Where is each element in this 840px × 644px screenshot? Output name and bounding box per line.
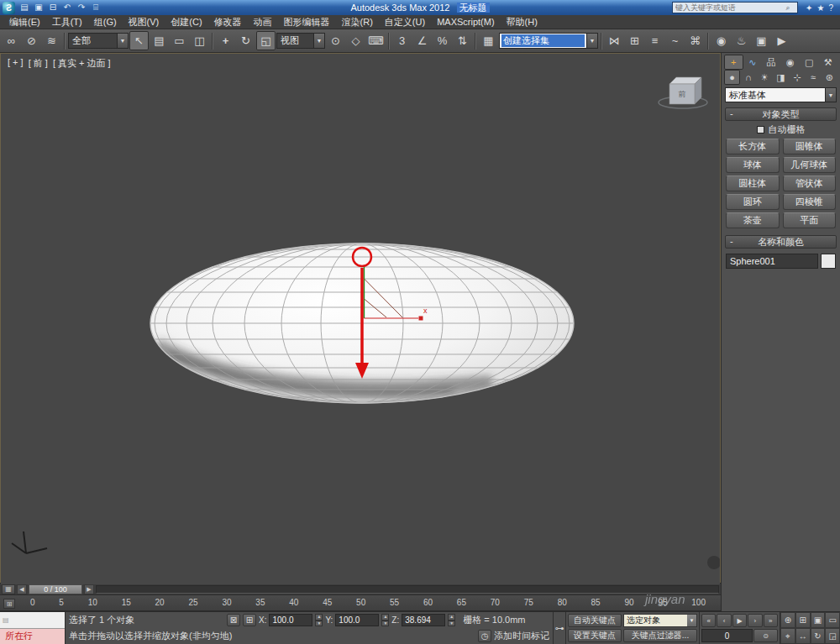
mini-listener-script-row[interactable]: 所在行 — [0, 629, 65, 644]
favorites-icon[interactable]: ★ — [816, 3, 824, 13]
zoom-region-icon[interactable]: ▭ — [825, 612, 840, 628]
window-crossing-icon[interactable]: ◫ — [190, 31, 209, 50]
tab-utilities-icon[interactable]: ⚒ — [819, 55, 838, 70]
y-spinner[interactable]: ▲▼ — [381, 614, 389, 626]
select-and-link-icon[interactable]: ∞ — [2, 31, 21, 50]
pan-icon[interactable]: ↔ — [795, 628, 811, 644]
front-viewport[interactable]: x 前 — [0, 53, 721, 583]
viewport-menu-shading[interactable]: [ 真实 + 边面 ] — [53, 57, 111, 70]
material-editor-icon[interactable]: ◉ — [711, 31, 731, 50]
object-color-swatch[interactable] — [821, 254, 836, 269]
z-coord-field[interactable]: 38.694 — [402, 614, 445, 626]
time-slider-track[interactable] — [96, 585, 719, 594]
previous-frame-icon[interactable]: ‹ — [717, 614, 731, 627]
mini-track-icon[interactable]: ▦ — [2, 584, 15, 594]
auto-key-button[interactable]: 自动关键点 — [568, 614, 622, 627]
render-production-icon[interactable]: ▶ — [772, 31, 791, 50]
add-time-tag[interactable]: 添加时间标记 — [494, 630, 549, 642]
viewport-canvas[interactable]: x 前 — [1, 54, 720, 584]
redo-icon[interactable]: ↷ — [76, 3, 87, 13]
menu-group[interactable]: 组(G) — [88, 15, 123, 29]
object-name-field[interactable]: Sphere001 — [726, 254, 818, 269]
zoom-icon[interactable]: ⊕ — [780, 612, 795, 628]
current-frame-field[interactable]: 0 — [701, 629, 753, 642]
align-icon[interactable]: ⊞ — [625, 31, 644, 50]
tube-button[interactable]: 管状体 — [783, 175, 837, 191]
key-filters-button[interactable]: 关键点过滤器... — [623, 629, 697, 642]
use-pivot-center-icon[interactable]: ⊙ — [326, 31, 345, 50]
geosphere-button[interactable]: 几何球体 — [783, 157, 837, 173]
viewport-menu-general[interactable]: [ + ] — [8, 57, 24, 70]
field-of-view-icon[interactable]: ⌖ — [780, 628, 795, 644]
clock-icon[interactable]: ◷ — [478, 630, 491, 642]
open-file-icon[interactable]: ▣ — [33, 3, 45, 13]
tab-motion-icon[interactable]: ◉ — [781, 55, 801, 70]
autogrid-checkbox[interactable] — [757, 126, 764, 134]
select-object-icon[interactable]: ↖ — [129, 31, 149, 50]
help-icon[interactable]: ? — [828, 3, 833, 13]
rendered-frame-window-icon[interactable]: ▣ — [752, 31, 771, 50]
menu-graph-editors[interactable]: 图形编辑器 — [278, 15, 336, 29]
systems-icon[interactable]: ⊛ — [822, 70, 837, 85]
go-to-end-icon[interactable]: » — [764, 614, 778, 627]
next-frame-icon[interactable]: › — [748, 614, 762, 627]
tab-hierarchy-icon[interactable]: 品 — [762, 55, 781, 70]
key-mode-toggle-icon[interactable]: ⊙ — [753, 629, 778, 642]
set-key-button[interactable]: 设置关键点 — [568, 629, 622, 642]
search-input[interactable] — [673, 3, 782, 12]
z-spinner[interactable]: ▲▼ — [448, 614, 455, 626]
select-and-scale-icon[interactable]: ◱ — [256, 31, 276, 50]
select-and-rotate-icon[interactable]: ↻ — [236, 31, 255, 50]
teapot-button[interactable]: 茶壶 — [726, 212, 780, 228]
viewcube-front-face[interactable]: 前 — [679, 90, 686, 98]
lights-icon[interactable]: ☀ — [757, 70, 773, 85]
unlink-selection-icon[interactable]: ⊘ — [22, 31, 41, 50]
selection-filter-dropdown[interactable]: 全部 ▼ — [68, 33, 129, 49]
menu-edit[interactable]: 编辑(E) — [3, 15, 46, 29]
angle-snap-icon[interactable]: ∠ — [412, 31, 432, 50]
name-color-rollout-header[interactable]: - 名称和颜色 — [725, 235, 837, 249]
plane-button[interactable]: 平面 — [783, 212, 837, 228]
chevron-down-icon[interactable]: ▼ — [117, 34, 128, 48]
snaps-toggle-icon[interactable]: 3 — [392, 31, 412, 50]
cylinder-button[interactable]: 圆柱体 — [726, 175, 780, 191]
mirror-icon[interactable]: ⋈ — [605, 31, 624, 50]
spinner-snap-icon[interactable]: ⇅ — [453, 31, 472, 50]
selection-lock-icon[interactable]: ⊠ — [227, 614, 240, 626]
cone-button[interactable]: 圆锥体 — [783, 139, 837, 154]
menu-customize[interactable]: 自定义(U) — [379, 15, 431, 29]
communication-center-icon[interactable]: ✦ — [806, 3, 812, 13]
layer-manager-icon[interactable]: ≡ — [645, 31, 664, 50]
schematic-view-icon[interactable]: ⌘ — [685, 31, 705, 50]
project-folder-icon[interactable]: ⌸ — [90, 3, 102, 13]
menu-help[interactable]: 帮助(H) — [501, 15, 543, 29]
render-setup-icon[interactable]: ♨ — [732, 31, 751, 50]
menu-maxscript[interactable]: MAXScript(M) — [431, 15, 500, 29]
maximize-viewport-icon[interactable]: ◲ — [825, 628, 840, 644]
undo-icon[interactable]: ↶ — [61, 3, 73, 13]
object-type-rollout-header[interactable]: - 对象类型 — [725, 107, 837, 121]
space-warps-icon[interactable]: ≈ — [805, 70, 821, 85]
curve-editor-icon[interactable]: ~ — [665, 31, 685, 50]
search-icon[interactable]: ⌕ — [782, 3, 794, 13]
orbit-icon[interactable]: ↻ — [811, 628, 826, 644]
time-slider-handle[interactable]: 0 / 100 — [29, 584, 82, 594]
selected-mode-dropdown[interactable]: 选定对象 ▼ — [623, 614, 697, 627]
pyramid-button[interactable]: 四棱锥 — [783, 194, 837, 210]
zoom-extents-icon[interactable]: ▣ — [811, 612, 826, 628]
menu-rendering[interactable]: 渲染(R) — [336, 15, 379, 29]
absolute-mode-icon[interactable]: ⊞ — [243, 614, 256, 626]
select-by-name-icon[interactable]: ▤ — [150, 31, 169, 50]
save-file-icon[interactable]: ⊟ — [47, 3, 59, 13]
tab-modify-icon[interactable]: ∿ — [743, 55, 763, 70]
menu-animation[interactable]: 动画 — [248, 15, 278, 29]
mini-listener-macro-row[interactable]: ▤ — [0, 612, 65, 629]
previous-frame-icon[interactable]: ◀ — [17, 584, 27, 594]
app-logo-icon[interactable]: Ƨ — [3, 2, 15, 14]
x-coord-field[interactable]: 100.0 — [269, 614, 312, 626]
tab-display-icon[interactable]: ▢ — [800, 55, 819, 70]
chevron-down-icon[interactable]: ▼ — [687, 615, 696, 626]
shapes-icon[interactable]: ∩ — [740, 70, 756, 85]
selection-region-icon[interactable]: ▭ — [170, 31, 189, 50]
chevron-down-icon[interactable]: ▼ — [586, 34, 597, 48]
